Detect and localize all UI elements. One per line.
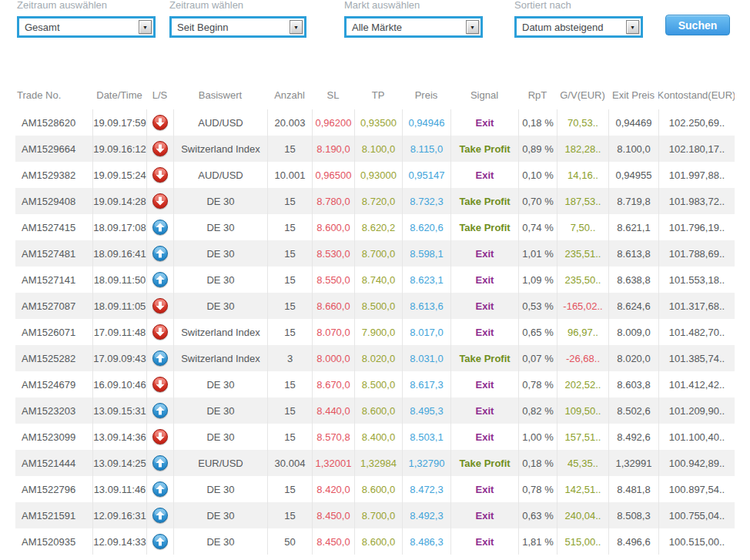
short-arrow-down-icon [152,193,168,209]
direction-cell [146,424,173,450]
sl-cell: 0,96200 [312,109,354,136]
table-row[interactable]: AM1529382 19.09.15:24 AUD/USD 10.001 0,9… [15,162,735,188]
datetime-cell: 19.09.16:12 [92,136,146,162]
kontostand-cell: 100.515,00.. [658,528,735,555]
table-row[interactable]: AM1524679 16.09.10:46 DE 30 15 8.670,0 8… [15,371,735,397]
table-row[interactable]: AM1521591 12.09.16:31 DE 30 15 8.450,0 8… [15,502,735,528]
market-select-label: Markt auswählen [344,0,483,12]
tp-cell: 8.620,2 [354,214,402,240]
table-row[interactable]: AM1527087 18.09.11:05 DE 30 15 8.660,0 8… [15,293,735,319]
chevron-down-icon[interactable]: ▼ [139,20,152,34]
basiswert-cell: EUR/USD [173,450,267,476]
sl-cell: 8.190,0 [312,136,354,162]
rpt-cell: 0,78 % [518,371,557,397]
trade-no-cell: AM1522796 [15,476,92,502]
market-select[interactable]: Alle Märkte ▼ [344,16,483,38]
period-select-value: Gesamt [19,22,60,33]
range-select[interactable]: Seit Beginn ▼ [169,16,306,38]
preis-cell: 8.623,1 [402,267,450,293]
table-row[interactable]: AM1522796 13.09.11:46 DE 30 15 8.420,0 8… [15,476,735,502]
trade-no-cell: AM1524679 [15,371,92,397]
period-select[interactable]: Gesamt ▼ [17,16,156,38]
signal-cell: Exit [450,293,518,319]
trade-no-cell: AM1529664 [15,136,92,162]
gv-cell: -26,68.. [557,345,608,371]
table-row[interactable]: AM1520935 12.09.14:33 DE 30 50 8.450,0 8… [15,528,735,555]
table-row[interactable]: AM1521444 13.09.14:25 EUR/USD 30.004 1,3… [15,450,735,476]
chevron-down-icon[interactable]: ▼ [466,20,479,34]
tp-cell: 8.700,0 [354,240,402,267]
anzahl-cell: 15 [267,319,312,345]
trade-no-cell: AM1521591 [15,502,92,528]
table-row[interactable]: AM1527481 18.09.16:41 DE 30 15 8.530,0 8… [15,240,735,267]
tp-cell: 8.500,0 [354,371,402,397]
direction-cell [146,162,173,188]
signal-cell: Take Profit [450,345,518,371]
table-row[interactable]: AM1523203 13.09.15:31 DE 30 15 8.440,0 8… [15,397,735,424]
column-header-sl: SL [312,81,354,109]
tp-cell: 8.400,0 [354,424,402,450]
gv-cell: 142,51.. [557,476,608,502]
basiswert-cell: DE 30 [173,240,267,267]
direction-cell [146,214,173,240]
basiswert-cell: Switzerland Index [173,136,267,162]
signal-cell: Exit [450,371,518,397]
trade-no-cell: AM1529382 [15,162,92,188]
short-arrow-down-icon [152,377,168,392]
anzahl-cell: 15 [267,136,312,162]
table-row[interactable]: AM1528620 19.09.17:59 AUD/USD 20.003 0,9… [15,109,735,136]
sort-select[interactable]: Datum absteigend ▼ [514,16,643,38]
datetime-cell: 17.09.09:43 [92,345,146,371]
preis-cell: 8.486,3 [402,528,450,555]
gv-cell: 109,50.. [557,397,608,424]
tp-cell: 0,93000 [354,162,402,188]
datetime-cell: 13.09.11:46 [92,476,146,502]
kontostand-cell: 101.317,68.. [658,293,735,319]
tp-cell: 8.500,0 [354,293,402,319]
table-row[interactable]: AM1527141 18.09.11:50 DE 30 15 8.550,0 8… [15,267,735,293]
table-row[interactable]: AM1529408 19.09.14:28 DE 30 15 8.780,0 8… [15,188,735,214]
exit-preis-cell: 1,32991 [608,450,658,476]
anzahl-cell: 15 [267,476,312,502]
anzahl-cell: 15 [267,293,312,319]
rpt-cell: 1,09 % [518,267,557,293]
column-header-trade-no: Trade No. [15,81,92,109]
filter-period: Zeitraum auswählen Gesamt ▼ [17,0,156,38]
sl-cell: 8.670,0 [312,371,354,397]
exit-preis-cell: 8.020,0 [608,345,658,371]
rpt-cell: 0,82 % [518,397,557,424]
chevron-down-icon[interactable]: ▼ [626,20,639,34]
table-row[interactable]: AM1523099 13.09.14:36 DE 30 15 8.570,8 8… [15,424,735,450]
sl-cell: 8.450,0 [312,502,354,528]
column-header-g-v-eur: G/V(EUR) [557,81,608,109]
basiswert-cell: Switzerland Index [173,345,267,371]
tp-cell: 0,93500 [354,109,402,136]
preis-cell: 8.598,1 [402,240,450,267]
tp-cell: 7.900,0 [354,319,402,345]
table-row[interactable]: AM1525282 17.09.09:43 Switzerland Index … [15,345,735,371]
exit-preis-cell: 8.508,3 [608,502,658,528]
basiswert-cell: DE 30 [173,188,267,214]
long-arrow-up-icon [152,403,168,418]
datetime-cell: 18.09.11:50 [92,267,146,293]
gv-cell: 7,50.. [557,214,608,240]
column-header-exit-preis: Exit Preis [608,81,658,109]
kontostand-cell: 100.755,04.. [658,502,735,528]
rpt-cell: 0,18 % [518,109,557,136]
signal-cell: Take Profit [450,188,518,214]
basiswert-cell: DE 30 [173,293,267,319]
direction-cell [146,293,173,319]
column-header-basiswert: Basiswert [173,81,267,109]
table-row[interactable]: AM1526071 17.09.11:48 Switzerland Index … [15,319,735,345]
rpt-cell: 0,70 % [518,188,557,214]
gv-cell: 45,35.. [557,450,608,476]
rpt-cell: 0,89 % [518,136,557,162]
preis-cell: 8.620,6 [402,214,450,240]
signal-cell: Exit [450,319,518,345]
table-row[interactable]: AM1529664 19.09.16:12 Switzerland Index … [15,136,735,162]
search-button[interactable]: Suchen [665,15,730,35]
table-row[interactable]: AM1527415 18.09.17:08 DE 30 15 8.600,0 8… [15,214,735,240]
chevron-down-icon[interactable]: ▼ [290,20,303,34]
exit-preis-cell: 8.496,6 [608,528,658,555]
kontostand-cell: 100.897,54.. [658,476,735,502]
